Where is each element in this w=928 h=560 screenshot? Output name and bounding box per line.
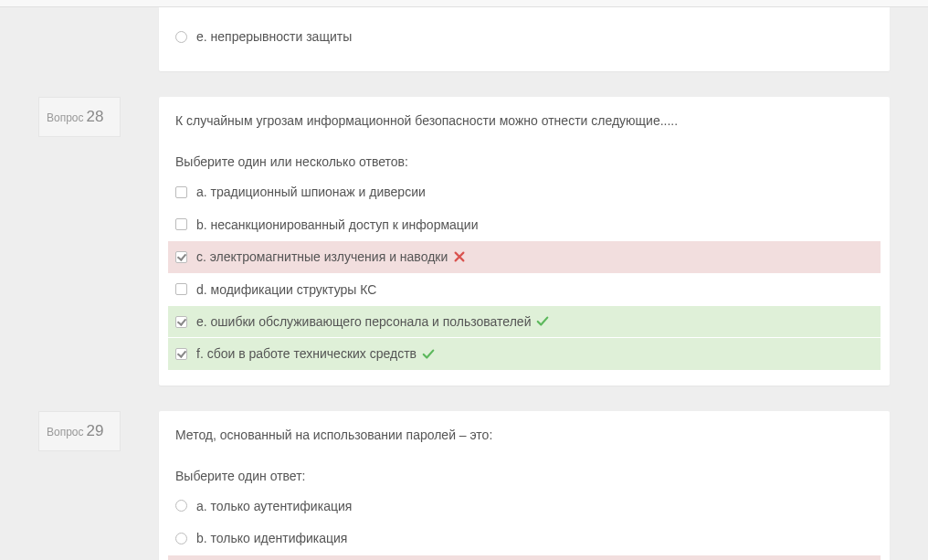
radio-control[interactable]	[175, 31, 187, 43]
check-icon	[536, 315, 549, 328]
radio-control[interactable]	[175, 533, 187, 544]
question-badge: Вопрос28	[38, 97, 121, 137]
checkbox-control[interactable]	[175, 251, 187, 263]
options-list: a. только аутентификацияb. только иденти…	[175, 491, 873, 560]
option-label: a. только аутентификация	[196, 496, 352, 516]
answer-option[interactable]: f. сбои в работе технических средств	[168, 338, 881, 369]
quiz-page: e. непрерывности защиты Вопрос28 К случа…	[0, 7, 928, 560]
option-label: b. только идентификация	[196, 528, 347, 548]
answer-option[interactable]: b. только идентификация	[168, 523, 881, 554]
answer-option[interactable]: c. метод идентификации и аутентификации	[168, 555, 881, 560]
checkbox-control[interactable]	[175, 186, 187, 198]
option-label: e. ошибки обслуживающего персонала и пол…	[196, 312, 531, 332]
question-row-28: Вопрос28 К случайным угрозам информацион…	[38, 97, 890, 385]
answer-option[interactable]: d. модификации структуры КС	[168, 274, 881, 305]
question-text: К случайным угрозам информационной безоп…	[175, 111, 873, 131]
option-label: a. традиционный шпионаж и диверсии	[196, 182, 426, 202]
answer-option[interactable]: c. электромагнитные излучения и наводки	[168, 241, 881, 272]
option-label: c. электромагнитные излучения и наводки	[196, 247, 448, 267]
question-badge: Вопрос29	[38, 411, 121, 451]
question-card-partial: e. непрерывности защиты	[159, 7, 890, 71]
option-label: b. несанкционированный доступ к информац…	[196, 215, 479, 235]
question-card-28: К случайным угрозам информационной безоп…	[159, 97, 890, 385]
answer-option[interactable]: e. непрерывности защиты	[168, 21, 881, 52]
instruction-text: Выберите один или несколько ответов:	[175, 154, 873, 169]
checkbox-control[interactable]	[175, 283, 187, 295]
options-list: a. традиционный шпионаж и диверсииb. нес…	[175, 176, 873, 369]
cross-icon	[453, 250, 466, 263]
instruction-text: Выберите один ответ:	[175, 469, 873, 483]
question-text: Метод, основанный на использовании парол…	[175, 426, 873, 445]
checkbox-control[interactable]	[175, 316, 187, 328]
question-row-29: Вопрос29 Метод, основанный на использова…	[38, 411, 890, 560]
checkbox-control[interactable]	[175, 348, 187, 360]
option-label: e. непрерывности защиты	[196, 26, 352, 47]
answer-option[interactable]: e. ошибки обслуживающего персонала и пол…	[168, 306, 881, 337]
option-label: d. модификации структуры КС	[196, 280, 376, 300]
check-icon	[422, 348, 435, 361]
top-bar	[0, 0, 928, 7]
option-label: f. сбои в работе технических средств	[196, 343, 417, 364]
question-row-partial: e. непрерывности защиты	[38, 7, 890, 71]
answer-option[interactable]: a. только аутентификация	[168, 491, 881, 522]
checkbox-control[interactable]	[175, 218, 187, 230]
question-card-29: Метод, основанный на использовании парол…	[159, 411, 890, 560]
answer-option[interactable]: a. традиционный шпионаж и диверсии	[168, 176, 881, 207]
radio-control[interactable]	[175, 500, 187, 512]
answer-option[interactable]: b. несанкционированный доступ к информац…	[168, 209, 881, 240]
